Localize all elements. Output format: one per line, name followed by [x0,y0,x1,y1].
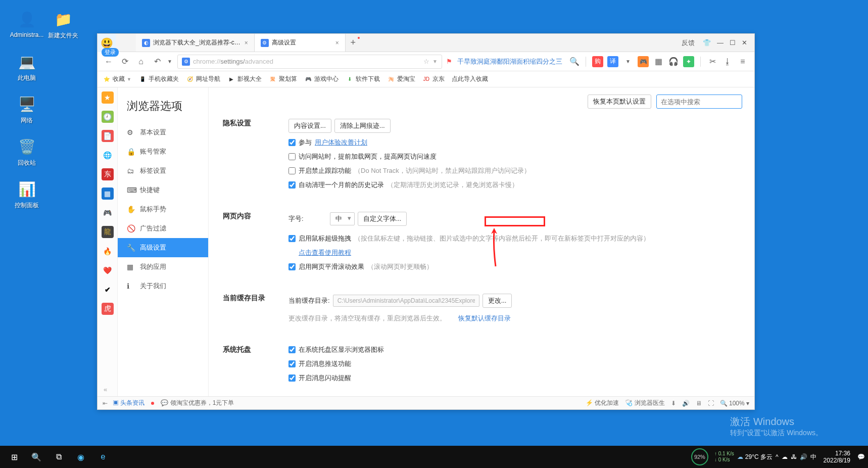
shopping-icon[interactable]: 购 [592,56,603,67]
bookmark-item[interactable]: ⭐收藏 ▼ [103,75,131,83]
more-dropdown-icon[interactable]: ▼ [622,56,634,67]
desktop-icon[interactable]: 📁新建文件夹 [45,9,81,40]
url-field[interactable]: ⚙ chrome://settings/advanced ☆ ▼ [177,55,442,69]
desktop-icon[interactable]: 🗑️回收站 [9,136,44,167]
extension-icon[interactable]: ✦ [683,56,694,67]
tab-close-icon[interactable]: × [240,39,248,46]
login-badge[interactable]: 登录 [102,48,119,57]
chevron-down-icon[interactable]: ▼ [432,59,438,64]
optimize-link[interactable]: ⚡ 优化加速 [586,399,619,407]
sidebar-item[interactable]: 🔒账号管家 [118,142,208,161]
notification-center-icon[interactable]: 💬 [857,453,865,460]
sidebar-item[interactable]: ⚙基本设置 [118,123,208,142]
sidebar-item[interactable]: 🗂标签设置 [118,161,208,180]
headphone-icon[interactable]: 🎧 [668,56,679,67]
skin-icon[interactable]: 👕 [703,39,711,46]
coupon-link[interactable]: 💬 领淘宝优惠券，1元下单 [161,399,234,407]
sidebar-item[interactable]: 🔧高级设置 [118,238,208,257]
tray-network-icon[interactable]: 🖧 [791,453,797,460]
strip-clock-icon[interactable]: 🕘 [102,111,114,123]
volume-icon[interactable]: 🔊 [682,400,690,407]
taskbar-search-icon[interactable]: 🔍 [25,446,47,468]
tray-onedrive-icon[interactable]: ☁ [782,453,788,460]
taskbar-edge-icon[interactable]: e [92,446,114,468]
checkbox-super-drag[interactable] [288,235,296,242]
font-size-select[interactable]: 中 [330,212,355,225]
apps-icon[interactable]: ▦ [653,56,664,67]
strip-dragon-icon[interactable]: 龍 [102,226,114,238]
strip-game1-icon[interactable]: 🎮 [102,207,114,219]
sidebar-item[interactable]: 🚫广告过滤 [118,219,208,238]
menu-icon[interactable]: ≡ [737,56,748,67]
sidebar-item[interactable]: ⌨快捷键 [118,180,208,200]
news-flag-icon[interactable]: ⚑ [446,58,452,65]
ime-indicator[interactable]: 中 [810,453,816,461]
strip-chrome-icon[interactable]: 🌐 [102,149,114,161]
maximize-button[interactable]: ☐ [730,39,736,46]
start-button[interactable]: ⊞ [3,446,25,468]
desktop-icon[interactable]: 📊控制面板 [9,179,44,210]
strip-east-icon[interactable]: 东 [102,168,114,180]
zoom-control[interactable]: 🔍 100% ▾ [720,400,749,407]
doctor-link[interactable]: 🩺 浏览器医生 [625,399,664,407]
undo-button[interactable]: ↶ [150,55,164,69]
close-button[interactable]: ✕ [742,39,747,46]
bookmark-item[interactable]: ▶影视大全 [227,75,262,83]
minimize-button[interactable]: — [717,39,724,46]
change-cache-button[interactable]: 更改... [483,294,512,308]
collapse-strip-icon[interactable]: « [104,386,107,393]
restore-cache-link[interactable]: 恢复默认缓存目录 [458,314,511,323]
search-options-input[interactable] [656,95,742,109]
desktop-icon[interactable]: 🖥️网络 [9,94,44,125]
browser-tab[interactable]: ◐浏览器下载大全_浏览器推荐-c…× [136,34,255,52]
checkbox-tray-icon[interactable] [288,346,296,353]
translate-icon[interactable]: 译 [607,56,618,67]
strip-grid-icon[interactable]: ▦ [102,188,114,200]
news-link[interactable]: ▣ 头条资讯 [113,399,144,407]
content-settings-button[interactable]: 内容设置... [288,119,331,133]
monitor-icon[interactable]: 🖥 [696,400,702,407]
restore-defaults-button[interactable]: 恢复本页默认设置 [588,95,651,109]
sidebar-item[interactable]: ℹ关于我们 [118,276,208,296]
ux-plan-link[interactable]: 用户体验改善计划 [315,138,367,147]
bookmark-item[interactable]: 🎮游戏中心 [304,75,339,83]
checkbox-flash[interactable] [288,375,296,382]
sidebar-item[interactable]: ✋鼠标手势 [118,200,208,219]
clear-browsing-button[interactable]: 清除上网痕迹... [334,119,391,133]
tab-close-icon[interactable]: × [331,39,339,46]
browser-tab[interactable]: ⚙高级设置× [255,34,346,52]
bookmark-item[interactable]: 聚聚划算 [269,75,297,83]
bookmark-item[interactable]: 📱手机收藏夹 [138,75,179,83]
search-icon[interactable]: 🔍 [567,55,582,69]
refresh-button[interactable]: ⟳ [118,55,132,69]
cpu-gauge[interactable]: 92% [691,448,708,465]
checkbox-preload[interactable] [288,153,296,160]
download-status-icon[interactable]: ⬇ [671,400,676,407]
download-icon[interactable]: ⭳ [722,56,733,67]
bookmark-item[interactable]: 🧭网址导航 [186,75,220,83]
custom-font-button[interactable]: 自定义字体... [358,212,407,226]
desktop-icon[interactable]: 👤Administra... [9,9,44,38]
strip-game2-icon[interactable]: 🔥 [102,245,114,257]
star-icon[interactable]: ☆ [423,58,429,65]
feedback-link[interactable]: 反馈 [682,38,695,48]
desktop-icon[interactable]: 💻此电脑 [9,52,44,82]
checkbox-dnt[interactable] [288,167,296,174]
bookmark-item[interactable]: 点此导入收藏 [452,75,488,83]
task-view-icon[interactable]: ⧉ [47,446,70,468]
system-clock[interactable]: 17:36 2022/8/19 [819,450,854,464]
taskbar-app1-icon[interactable]: ◉ [70,446,92,468]
checkbox-push[interactable] [288,360,296,367]
tray-volume-icon[interactable]: 🔊 [800,453,807,460]
dropdown-icon[interactable]: ▼ [166,55,173,69]
weather-widget[interactable]: ☁29°C 多云 [737,453,773,461]
strip-doc-icon[interactable]: 📄 [102,130,114,142]
tutorial-link[interactable]: 点击查看使用教程 [299,248,351,257]
new-tab-button[interactable]: + [346,34,361,52]
bookmark-item[interactable]: ⬇软件下载 [346,75,380,83]
checkbox-smooth-scroll[interactable] [288,263,296,270]
strip-tiger-icon[interactable]: 虎 [102,303,114,315]
fullscreen-icon[interactable]: ⛶ [708,400,714,407]
checkbox-autoclear[interactable] [288,181,296,189]
sidebar-item[interactable]: ▦我的应用 [118,257,208,276]
